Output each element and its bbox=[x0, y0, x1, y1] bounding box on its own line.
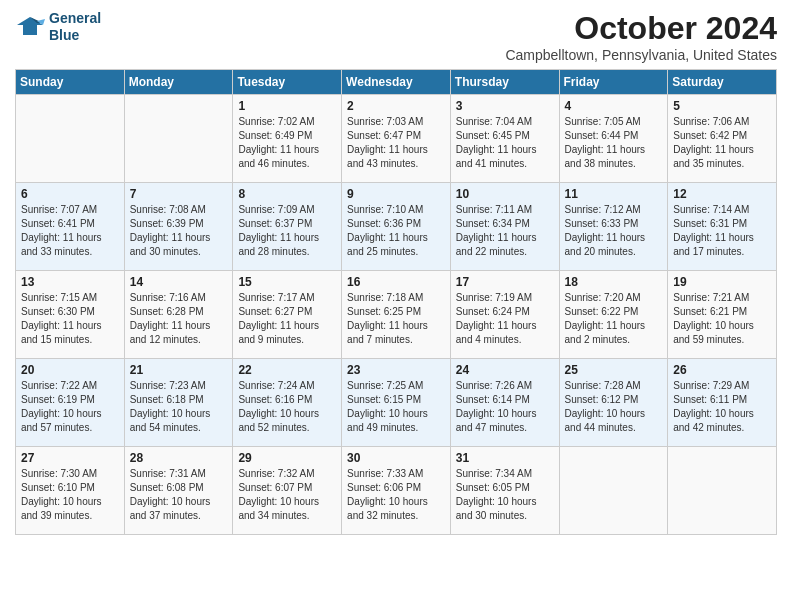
location-subtitle: Campbelltown, Pennsylvania, United State… bbox=[505, 47, 777, 63]
calendar-cell: 22Sunrise: 7:24 AMSunset: 6:16 PMDayligh… bbox=[233, 359, 342, 447]
calendar-cell: 13Sunrise: 7:15 AMSunset: 6:30 PMDayligh… bbox=[16, 271, 125, 359]
header-sunday: Sunday bbox=[16, 70, 125, 95]
day-number: 28 bbox=[130, 451, 228, 465]
day-info: Sunrise: 7:05 AMSunset: 6:44 PMDaylight:… bbox=[565, 115, 663, 171]
day-info: Sunrise: 7:34 AMSunset: 6:05 PMDaylight:… bbox=[456, 467, 554, 523]
header-tuesday: Tuesday bbox=[233, 70, 342, 95]
logo-icon bbox=[15, 15, 45, 39]
calendar-cell: 3Sunrise: 7:04 AMSunset: 6:45 PMDaylight… bbox=[450, 95, 559, 183]
day-number: 18 bbox=[565, 275, 663, 289]
day-number: 16 bbox=[347, 275, 445, 289]
header-friday: Friday bbox=[559, 70, 668, 95]
day-info: Sunrise: 7:10 AMSunset: 6:36 PMDaylight:… bbox=[347, 203, 445, 259]
calendar-week-row: 13Sunrise: 7:15 AMSunset: 6:30 PMDayligh… bbox=[16, 271, 777, 359]
calendar-cell: 27Sunrise: 7:30 AMSunset: 6:10 PMDayligh… bbox=[16, 447, 125, 535]
day-number: 7 bbox=[130, 187, 228, 201]
day-info: Sunrise: 7:17 AMSunset: 6:27 PMDaylight:… bbox=[238, 291, 336, 347]
calendar-cell: 28Sunrise: 7:31 AMSunset: 6:08 PMDayligh… bbox=[124, 447, 233, 535]
day-number: 25 bbox=[565, 363, 663, 377]
day-number: 8 bbox=[238, 187, 336, 201]
logo: General Blue bbox=[15, 10, 101, 44]
calendar-cell: 14Sunrise: 7:16 AMSunset: 6:28 PMDayligh… bbox=[124, 271, 233, 359]
day-info: Sunrise: 7:08 AMSunset: 6:39 PMDaylight:… bbox=[130, 203, 228, 259]
day-number: 6 bbox=[21, 187, 119, 201]
calendar-cell: 9Sunrise: 7:10 AMSunset: 6:36 PMDaylight… bbox=[342, 183, 451, 271]
calendar-week-row: 1Sunrise: 7:02 AMSunset: 6:49 PMDaylight… bbox=[16, 95, 777, 183]
calendar-cell: 24Sunrise: 7:26 AMSunset: 6:14 PMDayligh… bbox=[450, 359, 559, 447]
calendar-cell: 30Sunrise: 7:33 AMSunset: 6:06 PMDayligh… bbox=[342, 447, 451, 535]
day-number: 14 bbox=[130, 275, 228, 289]
day-info: Sunrise: 7:03 AMSunset: 6:47 PMDaylight:… bbox=[347, 115, 445, 171]
day-info: Sunrise: 7:28 AMSunset: 6:12 PMDaylight:… bbox=[565, 379, 663, 435]
logo-line2: Blue bbox=[49, 27, 101, 44]
day-info: Sunrise: 7:23 AMSunset: 6:18 PMDaylight:… bbox=[130, 379, 228, 435]
day-number: 17 bbox=[456, 275, 554, 289]
day-number: 26 bbox=[673, 363, 771, 377]
calendar-cell: 26Sunrise: 7:29 AMSunset: 6:11 PMDayligh… bbox=[668, 359, 777, 447]
calendar-cell: 19Sunrise: 7:21 AMSunset: 6:21 PMDayligh… bbox=[668, 271, 777, 359]
calendar-cell: 1Sunrise: 7:02 AMSunset: 6:49 PMDaylight… bbox=[233, 95, 342, 183]
day-info: Sunrise: 7:31 AMSunset: 6:08 PMDaylight:… bbox=[130, 467, 228, 523]
header-monday: Monday bbox=[124, 70, 233, 95]
calendar-cell: 11Sunrise: 7:12 AMSunset: 6:33 PMDayligh… bbox=[559, 183, 668, 271]
calendar-cell: 29Sunrise: 7:32 AMSunset: 6:07 PMDayligh… bbox=[233, 447, 342, 535]
day-number: 1 bbox=[238, 99, 336, 113]
calendar-cell: 23Sunrise: 7:25 AMSunset: 6:15 PMDayligh… bbox=[342, 359, 451, 447]
header-wednesday: Wednesday bbox=[342, 70, 451, 95]
day-number: 19 bbox=[673, 275, 771, 289]
day-info: Sunrise: 7:04 AMSunset: 6:45 PMDaylight:… bbox=[456, 115, 554, 171]
day-number: 27 bbox=[21, 451, 119, 465]
calendar-cell: 15Sunrise: 7:17 AMSunset: 6:27 PMDayligh… bbox=[233, 271, 342, 359]
header-saturday: Saturday bbox=[668, 70, 777, 95]
calendar-cell: 25Sunrise: 7:28 AMSunset: 6:12 PMDayligh… bbox=[559, 359, 668, 447]
header-thursday: Thursday bbox=[450, 70, 559, 95]
month-title: October 2024 bbox=[505, 10, 777, 47]
calendar-cell: 5Sunrise: 7:06 AMSunset: 6:42 PMDaylight… bbox=[668, 95, 777, 183]
calendar-cell: 20Sunrise: 7:22 AMSunset: 6:19 PMDayligh… bbox=[16, 359, 125, 447]
calendar-cell: 21Sunrise: 7:23 AMSunset: 6:18 PMDayligh… bbox=[124, 359, 233, 447]
day-number: 15 bbox=[238, 275, 336, 289]
day-info: Sunrise: 7:18 AMSunset: 6:25 PMDaylight:… bbox=[347, 291, 445, 347]
day-info: Sunrise: 7:21 AMSunset: 6:21 PMDaylight:… bbox=[673, 291, 771, 347]
day-number: 29 bbox=[238, 451, 336, 465]
day-info: Sunrise: 7:07 AMSunset: 6:41 PMDaylight:… bbox=[21, 203, 119, 259]
logo-line1: General bbox=[49, 10, 101, 27]
calendar-cell: 4Sunrise: 7:05 AMSunset: 6:44 PMDaylight… bbox=[559, 95, 668, 183]
day-number: 4 bbox=[565, 99, 663, 113]
day-info: Sunrise: 7:16 AMSunset: 6:28 PMDaylight:… bbox=[130, 291, 228, 347]
day-number: 30 bbox=[347, 451, 445, 465]
page-header: General Blue October 2024 Campbelltown, … bbox=[15, 10, 777, 63]
calendar-cell: 16Sunrise: 7:18 AMSunset: 6:25 PMDayligh… bbox=[342, 271, 451, 359]
calendar-week-row: 6Sunrise: 7:07 AMSunset: 6:41 PMDaylight… bbox=[16, 183, 777, 271]
calendar-week-row: 27Sunrise: 7:30 AMSunset: 6:10 PMDayligh… bbox=[16, 447, 777, 535]
calendar-cell bbox=[124, 95, 233, 183]
calendar-cell: 17Sunrise: 7:19 AMSunset: 6:24 PMDayligh… bbox=[450, 271, 559, 359]
day-number: 23 bbox=[347, 363, 445, 377]
calendar-cell bbox=[668, 447, 777, 535]
day-info: Sunrise: 7:06 AMSunset: 6:42 PMDaylight:… bbox=[673, 115, 771, 171]
calendar-cell: 31Sunrise: 7:34 AMSunset: 6:05 PMDayligh… bbox=[450, 447, 559, 535]
calendar-table: SundayMondayTuesdayWednesdayThursdayFrid… bbox=[15, 69, 777, 535]
day-number: 11 bbox=[565, 187, 663, 201]
day-number: 10 bbox=[456, 187, 554, 201]
day-number: 3 bbox=[456, 99, 554, 113]
day-info: Sunrise: 7:11 AMSunset: 6:34 PMDaylight:… bbox=[456, 203, 554, 259]
title-area: October 2024 Campbelltown, Pennsylvania,… bbox=[505, 10, 777, 63]
day-number: 22 bbox=[238, 363, 336, 377]
day-info: Sunrise: 7:29 AMSunset: 6:11 PMDaylight:… bbox=[673, 379, 771, 435]
calendar-header-row: SundayMondayTuesdayWednesdayThursdayFrid… bbox=[16, 70, 777, 95]
day-info: Sunrise: 7:24 AMSunset: 6:16 PMDaylight:… bbox=[238, 379, 336, 435]
day-info: Sunrise: 7:15 AMSunset: 6:30 PMDaylight:… bbox=[21, 291, 119, 347]
calendar-cell: 2Sunrise: 7:03 AMSunset: 6:47 PMDaylight… bbox=[342, 95, 451, 183]
calendar-cell bbox=[16, 95, 125, 183]
day-info: Sunrise: 7:25 AMSunset: 6:15 PMDaylight:… bbox=[347, 379, 445, 435]
day-number: 31 bbox=[456, 451, 554, 465]
day-info: Sunrise: 7:33 AMSunset: 6:06 PMDaylight:… bbox=[347, 467, 445, 523]
day-number: 5 bbox=[673, 99, 771, 113]
calendar-cell: 7Sunrise: 7:08 AMSunset: 6:39 PMDaylight… bbox=[124, 183, 233, 271]
day-info: Sunrise: 7:09 AMSunset: 6:37 PMDaylight:… bbox=[238, 203, 336, 259]
calendar-cell: 12Sunrise: 7:14 AMSunset: 6:31 PMDayligh… bbox=[668, 183, 777, 271]
calendar-cell: 6Sunrise: 7:07 AMSunset: 6:41 PMDaylight… bbox=[16, 183, 125, 271]
day-number: 20 bbox=[21, 363, 119, 377]
day-number: 2 bbox=[347, 99, 445, 113]
